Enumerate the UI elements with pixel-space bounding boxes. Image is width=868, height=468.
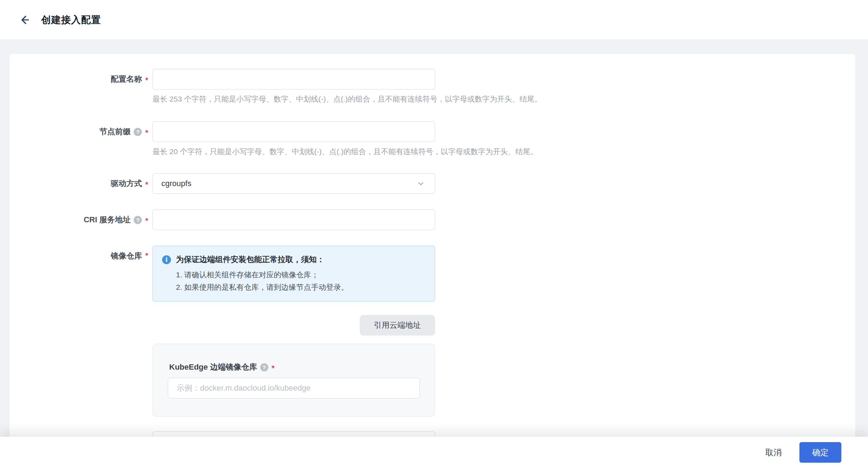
driver-mode-select[interactable]: cgroupfs	[152, 173, 435, 194]
required-asterisk: *	[145, 76, 148, 84]
alert-item: 1. 请确认相关组件存储在对应的镜像仓库；	[176, 268, 425, 281]
node-prefix-label: 节点前缀	[99, 126, 130, 137]
page-title: 创建接入配置	[41, 13, 101, 26]
reference-cloud-address-button[interactable]: 引用云端地址	[360, 315, 435, 336]
kubeedge-registry-card: KubeEdge 边端镜像仓库 ? *	[152, 344, 435, 417]
info-icon: i	[162, 255, 171, 264]
cri-address-label: CRI 服务地址	[84, 214, 130, 225]
driver-mode-value: cgroupfs	[161, 179, 191, 188]
help-icon[interactable]: ?	[134, 128, 142, 136]
kubeedge-registry-label: KubeEdge 边端镜像仓库	[169, 362, 257, 372]
footer-bar: 取消 确定	[0, 437, 868, 468]
config-name-input[interactable]	[152, 69, 435, 89]
required-asterisk: *	[145, 217, 148, 225]
required-asterisk: *	[145, 252, 148, 260]
form-row-image-registry: 镜像仓库 * i 为保证边端组件安装包能正常拉取，须知： 1. 请确认相关组件存…	[10, 246, 855, 417]
registry-info-alert: i 为保证边端组件安装包能正常拉取，须知： 1. 请确认相关组件存储在对应的镜像…	[152, 246, 435, 301]
required-asterisk: *	[145, 129, 148, 137]
required-asterisk: *	[272, 364, 275, 372]
node-prefix-input[interactable]	[152, 121, 435, 142]
arrow-left-icon	[18, 14, 30, 26]
alert-item: 2. 如果使用的是私有仓库，请到边缘节点手动登录。	[176, 281, 425, 293]
form-row-config-name: 配置名称 * 最长 253 个字符，只能是小写字母、数字、中划线(-)、点(.)…	[10, 69, 855, 104]
back-button[interactable]	[16, 12, 32, 28]
form-row-cri-address: CRI 服务地址 ? *	[10, 209, 855, 230]
cri-address-input[interactable]	[152, 209, 435, 230]
config-name-helper: 最长 253 个字符，只能是小写字母、数字、中划线(-)、点(.)的组合，且不能…	[152, 94, 542, 104]
driver-mode-label: 驱动方式	[111, 178, 142, 189]
required-asterisk: *	[145, 181, 148, 189]
alert-title: 为保证边端组件安装包能正常拉取，须知：	[176, 254, 325, 265]
confirm-button[interactable]: 确定	[799, 442, 841, 463]
chevron-down-icon	[417, 180, 425, 187]
cancel-button[interactable]: 取消	[765, 447, 782, 458]
help-icon[interactable]: ?	[134, 216, 142, 224]
kubeedge-registry-input[interactable]	[168, 378, 420, 398]
config-name-label: 配置名称	[111, 74, 142, 85]
image-registry-label: 镜像仓库	[111, 251, 142, 261]
form-card: 配置名称 * 最长 253 个字符，只能是小写字母、数字、中划线(-)、点(.)…	[10, 54, 855, 468]
page-header: 创建接入配置	[0, 0, 868, 40]
form-row-node-prefix: 节点前缀 ? * 最长 20 个字符，只能是小写字母、数字、中划线(-)、点(.…	[10, 121, 855, 157]
help-icon[interactable]: ?	[260, 363, 268, 371]
node-prefix-helper: 最长 20 个字符，只能是小写字母、数字、中划线(-)、点(.)的组合，且不能有…	[152, 146, 538, 157]
form-row-driver-mode: 驱动方式 * cgroupfs	[10, 173, 855, 194]
